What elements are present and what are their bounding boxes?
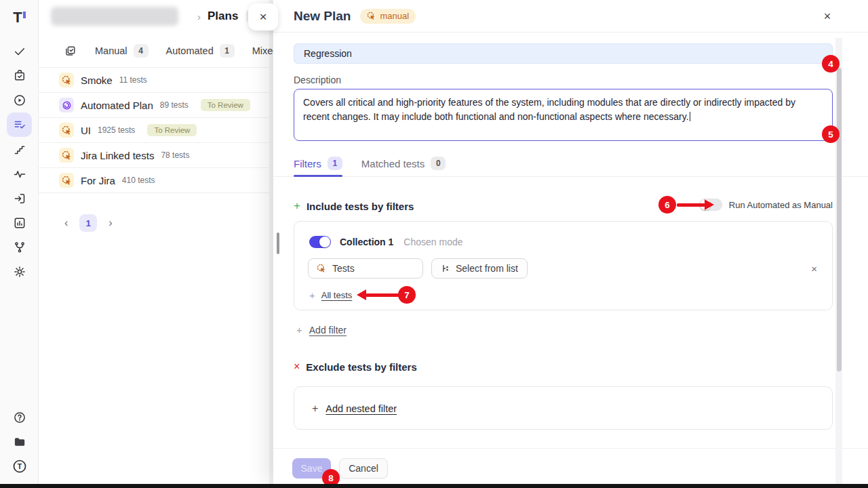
- plan-title-input[interactable]: [294, 43, 833, 64]
- annotation-circle-4: 4: [822, 55, 840, 73]
- tab-matched-tests[interactable]: Matched tests0: [361, 157, 446, 178]
- plus-icon: +: [294, 199, 300, 213]
- plan-row-smoke[interactable]: Smoke 11 tests: [39, 68, 269, 93]
- select-all-icon[interactable]: [64, 45, 77, 58]
- close-icon: ×: [259, 9, 267, 24]
- manual-icon: [367, 12, 376, 20]
- analytics-icon[interactable]: [7, 211, 32, 235]
- tab-manual[interactable]: Manual4: [95, 44, 149, 58]
- manual-plan-icon: [59, 123, 74, 138]
- tree-list-icon: [441, 264, 450, 273]
- annotation-arrow-6: [677, 203, 705, 207]
- plan-row-for-jira[interactable]: For Jira 410 tests: [39, 168, 269, 193]
- collection-filter-card: Collection 1 Chosen mode Tests Select fr…: [294, 221, 833, 310]
- project-name-blurred[interactable]: [51, 7, 178, 26]
- drawer-scrollbar-thumb[interactable]: [837, 68, 842, 371]
- exclude-section-heading: × Exclude tests by filters: [294, 361, 417, 373]
- drawer-resize-handle[interactable]: [277, 232, 279, 254]
- manual-icon: [317, 264, 326, 273]
- annotation-arrowhead-7: [357, 289, 366, 300]
- tabs-divider: [273, 176, 868, 177]
- all-tests-link[interactable]: All tests: [321, 290, 353, 300]
- to-review-badge: To Review: [147, 124, 197, 136]
- suites-icon[interactable]: [7, 64, 32, 88]
- all-tests-row: + All tests: [309, 289, 352, 301]
- plan-row-automated-plan[interactable]: Automated Plan 89 tests To Review: [39, 93, 269, 118]
- icon-rail: T T: [0, 0, 39, 484]
- collection-name: Collection 1: [340, 237, 393, 247]
- app-logo[interactable]: T: [0, 5, 39, 30]
- activity-icon[interactable]: [7, 162, 32, 186]
- new-plan-drawer: New Plan manual × Description Covers all…: [273, 0, 868, 484]
- annotation-arrowhead-6: [705, 199, 714, 210]
- to-review-badge: To Review: [201, 99, 250, 111]
- settings-gear-icon[interactable]: [7, 260, 32, 284]
- drawer-header: New Plan manual ×: [273, 0, 868, 33]
- page-number[interactable]: 1: [79, 214, 97, 232]
- milestones-icon[interactable]: [7, 138, 32, 162]
- plus-icon: +: [309, 289, 315, 301]
- annotation-circle-7: 7: [398, 286, 416, 304]
- x-icon: ×: [294, 361, 300, 373]
- cancel-button[interactable]: Cancel: [339, 458, 388, 479]
- annotation-arrow-7: [366, 293, 399, 297]
- add-filter-link[interactable]: Add filter: [309, 325, 347, 336]
- plan-type-tabs: Manual4 Automated1 Mixed: [39, 38, 269, 64]
- exclude-filter-card: + Add nested filter: [294, 386, 833, 430]
- add-nested-filter-row: + Add nested filter: [312, 387, 397, 430]
- collection-filter-row: Tests Select from list ×: [308, 258, 818, 279]
- plans-panel: › Plans 5 Manual4 Automated1 Mixed Smoke…: [39, 0, 269, 484]
- manual-type-badge: manual: [360, 9, 416, 24]
- import-icon[interactable]: [7, 186, 32, 211]
- projects-folder-icon[interactable]: [7, 430, 32, 454]
- filter-type-select[interactable]: Tests: [308, 258, 423, 279]
- collection-toggle[interactable]: [309, 236, 331, 248]
- plan-row-jira-linked-tests[interactable]: Jira Linked tests 78 tests: [39, 143, 269, 168]
- svg-text:T: T: [17, 462, 22, 470]
- breadcrumb-page-title[interactable]: Plans: [208, 9, 238, 23]
- description-textarea[interactable]: Covers all critical and high-priority fe…: [294, 89, 833, 141]
- run-automated-label: Run Automated as Manual: [729, 200, 833, 210]
- breadcrumb-chevron-icon: ›: [197, 11, 201, 22]
- annotation-circle-5: 5: [822, 125, 840, 143]
- drawer-title: New Plan: [294, 9, 351, 24]
- manual-plan-icon: [59, 73, 74, 87]
- description-label: Description: [294, 75, 341, 85]
- breadcrumb: › Plans 5: [39, 0, 269, 33]
- plan-row-ui[interactable]: UI 1925 tests To Review: [39, 118, 269, 143]
- remove-filter-icon[interactable]: ×: [810, 263, 818, 274]
- manual-plan-icon: [59, 173, 74, 188]
- tests-icon[interactable]: [7, 39, 32, 64]
- collection-header-row: Collection 1 Chosen mode: [309, 236, 463, 248]
- runs-icon[interactable]: [7, 88, 32, 113]
- prev-page-icon[interactable]: ‹: [64, 218, 68, 228]
- footer-divider: [273, 448, 868, 449]
- text-caret: [690, 112, 691, 121]
- add-nested-filter-link[interactable]: Add nested filter: [326, 403, 397, 414]
- select-from-list-button[interactable]: Select from list: [431, 258, 528, 279]
- annotation-circle-6: 6: [658, 196, 676, 214]
- automated-plan-icon: [59, 98, 74, 113]
- collection-mode: Chosen mode: [403, 237, 462, 247]
- pagination: ‹ 1 ›: [39, 214, 113, 232]
- plus-icon: +: [296, 324, 302, 336]
- screen-bottom-edge: [0, 484, 868, 488]
- next-page-icon[interactable]: ›: [108, 218, 112, 228]
- branches-icon[interactable]: [7, 235, 32, 260]
- plans-icon[interactable]: [7, 113, 32, 137]
- drawer-close-button[interactable]: ×: [819, 8, 835, 24]
- help-icon[interactable]: [7, 405, 32, 430]
- drawer-close-tab-button[interactable]: ×: [248, 3, 278, 30]
- active-tab-underline: [294, 175, 342, 177]
- manual-plan-icon: [59, 148, 74, 163]
- include-section-heading: + Include tests by filters: [294, 199, 414, 213]
- add-filter-row: + Add filter: [296, 324, 347, 336]
- run-automated-toggle-row: Run Automated as Manual: [699, 199, 833, 211]
- plus-icon: +: [312, 403, 318, 415]
- account-logo-icon[interactable]: T: [7, 454, 32, 479]
- tab-automated[interactable]: Automated1: [166, 44, 235, 58]
- plan-list: Smoke 11 tests Automated Plan 89 tests T…: [39, 67, 269, 193]
